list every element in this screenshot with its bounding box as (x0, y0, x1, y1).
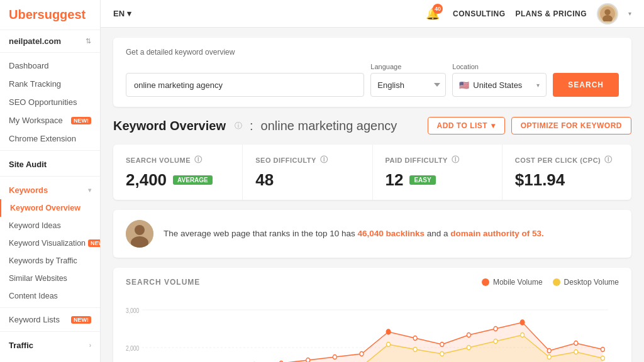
chart-header: SEARCH VOLUME Mobile Volume Desktop Volu… (126, 278, 619, 287)
language-select[interactable]: English Spanish French (370, 73, 446, 97)
svg-text:3,000: 3,000 (126, 307, 139, 314)
sd-info-icon[interactable]: ⓘ (320, 155, 328, 165)
domain-selector[interactable]: neilpatel.com ⇅ (0, 30, 100, 53)
sidebar-item-keywords-traffic[interactable]: Keywords by Traffic (0, 252, 100, 270)
location-select[interactable]: United States United Kingdom Canada (473, 80, 533, 90)
mobile-dot (413, 336, 417, 341)
metric-card-paid-difficulty: PAID DIFFICULTY ⓘ 12 EASY (373, 145, 502, 200)
cpc-value: $11.94 (515, 170, 619, 190)
keyword-search-card: Get a detailed keyword overview Language… (113, 38, 631, 107)
backlinks-highlight: 46,040 backlinks (357, 229, 425, 238)
sidebar-section-site-audit[interactable]: Site Audit (0, 153, 100, 173)
add-list-arrow-icon: ▾ (491, 121, 496, 130)
mobile-dot (360, 352, 364, 356)
sidebar-item-keyword-viz[interactable]: Keyword Visualization NEW! (0, 234, 100, 252)
chart-title: SEARCH VOLUME (126, 278, 200, 287)
legend-mobile: Mobile Volume (482, 278, 543, 287)
desktop-volume-dot-icon (553, 278, 560, 286)
location-field: Location 🇺🇸 United States United Kingdom… (452, 63, 547, 97)
consulting-nav-item[interactable]: CONSULTING (453, 9, 505, 18)
mobile-dot (333, 355, 336, 359)
keyword-actions: ADD TO LIST ▾ OPTIMIZE FOR KEYWORD (428, 117, 631, 134)
seo-difficulty-value: 48 (255, 170, 359, 190)
avatar[interactable] (597, 3, 618, 25)
mobile-dot (574, 341, 578, 346)
mobile-dot (601, 348, 604, 352)
mobile-dot-highlight (386, 329, 391, 334)
keyword-overview-header: Keyword Overview ⓘ : online marketing ag… (113, 117, 631, 134)
sidebar-nav: Dashboard Rank Tracking SEO Opportunitie… (0, 53, 100, 362)
sidebar-item-similar-websites[interactable]: Similar Websites (0, 270, 100, 287)
desktop-dot (574, 350, 578, 354)
lang-label: EN (113, 9, 125, 18)
search-volume-avg-badge: AVERAGE (173, 175, 213, 185)
search-volume-label: SEARCH VOLUME ⓘ (126, 155, 230, 165)
pd-info-icon[interactable]: ⓘ (452, 155, 460, 165)
notification-button[interactable]: 🔔 40 (423, 4, 443, 24)
optimize-keyword-button[interactable]: OPTIMIZE FOR KEYWORD (511, 117, 631, 134)
mobile-dot-peak (520, 320, 525, 325)
sidebar-item-keyword-overview[interactable]: Keyword Overview (0, 199, 100, 217)
mobile-dot (440, 343, 444, 347)
chart-area: 3,000 2,000 (126, 294, 619, 362)
metrics-row: SEARCH VOLUME ⓘ 2,400 AVERAGE SEO DIFFIC… (113, 145, 631, 200)
cpc-info-icon[interactable]: ⓘ (604, 155, 613, 165)
cpc-label: COST PER CLICK (CPC) ⓘ (515, 155, 619, 165)
language-selector[interactable]: EN ▾ (113, 9, 131, 18)
seo-difficulty-label: SEO DIFFICULTY ⓘ (255, 155, 359, 165)
sidebar-item-rank-tracking[interactable]: Rank Tracking (0, 75, 100, 93)
sv-info-icon[interactable]: ⓘ (194, 155, 203, 165)
topbar-right: 🔔 40 CONSULTING PLANS & PRICING ▾ (423, 3, 631, 25)
loc-arrow-icon: ▾ (536, 82, 540, 89)
topbar: EN ▾ 🔔 40 CONSULTING PLANS & PRICING ▾ (101, 0, 644, 28)
search-row: Language English Spanish French Location… (126, 63, 619, 97)
topbar-left: EN ▾ (113, 9, 131, 18)
metric-card-cpc: COST PER CLICK (CPC) ⓘ $11.94 (502, 145, 631, 200)
sidebar-item-keyword-ideas[interactable]: Keyword Ideas (0, 217, 100, 234)
desktop-volume-label: Desktop Volume (564, 278, 619, 287)
legend-desktop: Desktop Volume (553, 278, 619, 287)
traffic-chevron-icon: › (89, 342, 91, 349)
search-button[interactable]: SEARCH (553, 73, 619, 97)
desktop-dot (547, 355, 551, 359)
sidebar-item-keyword-lists[interactable]: Keyword Lists NEW! (0, 310, 100, 329)
mobile-volume-label: Mobile Volume (493, 278, 543, 287)
sidebar-item-dashboard[interactable]: Dashboard (0, 57, 100, 75)
info-banner: The average web page that ranks in the t… (113, 210, 631, 258)
info-text: The average web page that ranks in the t… (164, 228, 544, 240)
keyword-value: online marketing agency (261, 119, 397, 133)
search-volume-value: 2,400 AVERAGE (126, 170, 230, 190)
chart-legend: Mobile Volume Desktop Volume (482, 278, 619, 287)
sidebar-item-workspace[interactable]: My Workspace NEW! (0, 111, 100, 129)
workspace-new-badge: NEW! (71, 117, 91, 124)
sidebar-section-traffic[interactable]: Traffic › (0, 334, 100, 354)
sidebar-section-keywords[interactable]: Keywords ▾ (0, 179, 100, 199)
desktop-dot (467, 346, 470, 350)
domain-name: neilpatel.com (9, 36, 61, 46)
desktop-dot (387, 343, 391, 347)
sidebar-item-content-ideas[interactable]: Content Ideas (0, 287, 100, 305)
paid-difficulty-label: PAID DIFFICULTY ⓘ (386, 155, 489, 165)
mobile-dot (467, 333, 470, 337)
sidebar-item-chrome-ext[interactable]: Chrome Extension (0, 129, 100, 148)
svg-text:2,000: 2,000 (126, 345, 139, 352)
search-volume-chart-card: SEARCH VOLUME Mobile Volume Desktop Volu… (113, 268, 631, 362)
svg-point-4 (135, 225, 145, 235)
mobile-dot (494, 327, 497, 331)
kw-viz-new-badge: NEW! (88, 239, 101, 247)
kw-title-info-icon[interactable]: ⓘ (235, 121, 242, 131)
location-field-label: Location (452, 63, 547, 70)
keyword-search-input[interactable] (126, 73, 364, 97)
language-field: Language English Spanish French (370, 63, 446, 97)
desktop-dot (440, 352, 444, 356)
sidebar-item-seo-opportunities[interactable]: SEO Opportunities (0, 93, 100, 111)
content-area: Get a detailed keyword overview Language… (101, 28, 644, 362)
notification-badge: 40 (433, 4, 443, 14)
sidebar-section-backlinks[interactable]: Backlinks › (0, 354, 100, 362)
paid-difficulty-easy-badge: EASY (409, 175, 435, 185)
plans-pricing-nav-item[interactable]: PLANS & PRICING (515, 9, 587, 18)
avatar-arrow-icon[interactable]: ▾ (628, 10, 631, 17)
add-to-list-button[interactable]: ADD TO LIST ▾ (428, 117, 505, 134)
mobile-dot (547, 349, 551, 353)
desktop-dot (601, 356, 604, 361)
